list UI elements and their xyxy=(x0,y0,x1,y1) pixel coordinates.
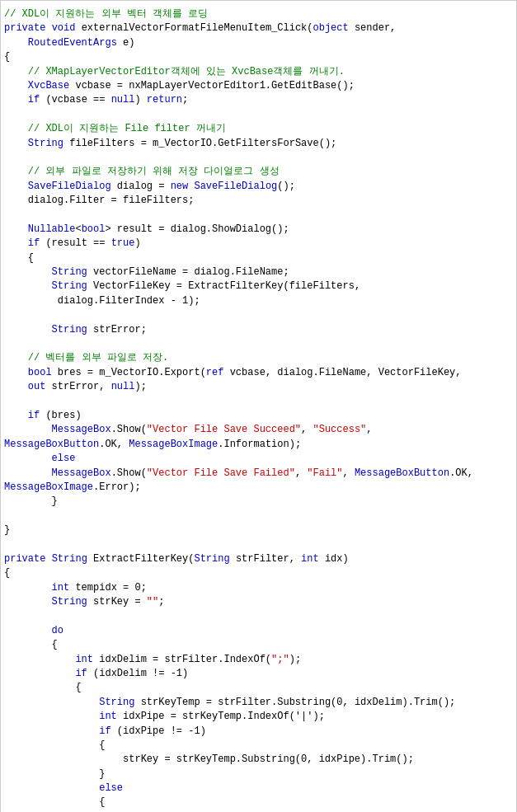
code-editor: // XDL이 지원하는 외부 벡터 객체를 로딩 private void e… xyxy=(0,0,517,812)
code-block: // XDL이 지원하는 외부 벡터 객체를 로딩 private void e… xyxy=(4,7,513,812)
